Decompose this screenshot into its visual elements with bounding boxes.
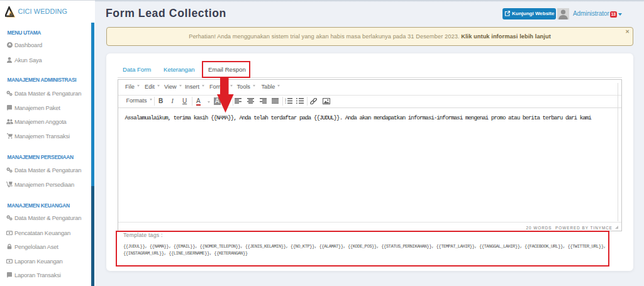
svg-text:3: 3 <box>285 102 286 104</box>
